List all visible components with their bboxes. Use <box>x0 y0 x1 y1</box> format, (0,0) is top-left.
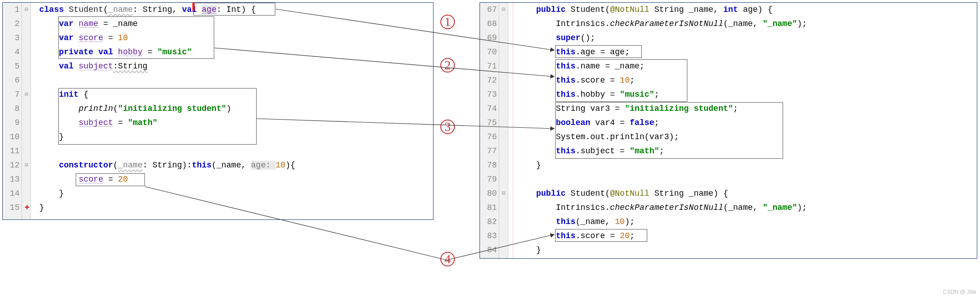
code-line[interactable] <box>39 144 433 158</box>
code-line[interactable]: this(_name, 10); <box>516 215 977 229</box>
code-line[interactable]: System.out.println(var3); <box>516 130 977 144</box>
code-line[interactable]: this.score = 20; <box>516 229 977 243</box>
left-gutter2 <box>22 3 31 219</box>
fn-println: println <box>78 104 113 113</box>
fold-icon[interactable]: ⊟ <box>22 3 31 17</box>
code-line[interactable]: Intrinsics.checkParameterIsNotNull(_name… <box>516 17 977 31</box>
left-gutter: 123456789101112131415 <box>3 3 22 219</box>
callout-3: 3 <box>440 120 455 134</box>
right-gutter2 <box>499 3 508 258</box>
fold-icon[interactable]: ⊟ <box>22 158 31 172</box>
keyword-constructor: constructor <box>59 161 113 170</box>
fold-icon[interactable]: ⊟ <box>499 187 508 201</box>
keyword-this: this <box>192 161 211 170</box>
error-marker <box>192 2 195 11</box>
code-line[interactable]: var score = 10 <box>39 31 433 45</box>
right-gutter: 676869707172737475767778798081828384 <box>480 3 499 258</box>
code-line[interactable] <box>516 172 977 187</box>
callout-1: 1 <box>440 15 455 29</box>
annotation-notnull: @NotNull <box>610 5 649 14</box>
code-line[interactable]: public Student(@NotNull String _name, in… <box>516 3 977 17</box>
code-line[interactable]: val subject:String <box>39 59 433 73</box>
code-line[interactable]: var name = _name <box>39 17 433 31</box>
prop-hobby: hobby <box>118 47 143 57</box>
code-line[interactable]: super(); <box>516 31 977 45</box>
param-name: _name <box>108 5 133 14</box>
prop-score: score <box>78 33 103 42</box>
prop-name: name <box>78 19 98 28</box>
code-line[interactable]: private val hobby = "music" <box>39 45 433 59</box>
code-line[interactable]: Intrinsics.checkParameterIsNotNull(_name… <box>516 201 977 215</box>
code-line[interactable]: constructor(_name: String):this(_name, a… <box>39 158 433 172</box>
code-line[interactable]: subject = "math" <box>39 116 433 130</box>
code-line[interactable]: this.name = _name; <box>516 59 977 73</box>
code-line[interactable] <box>39 73 433 88</box>
keyword-init: init <box>59 90 78 99</box>
left-code-area[interactable]: class Student(_name: String, val age: In… <box>39 3 433 219</box>
code-line[interactable]: } <box>39 201 433 215</box>
code-line[interactable]: } <box>39 187 433 201</box>
callout-4: 4 <box>440 252 455 266</box>
right-code-area[interactable]: public Student(@NotNull String _name, in… <box>516 3 977 258</box>
code-line[interactable]: String var3 = "initializing student"; <box>516 102 977 116</box>
keyword-super: super <box>556 33 580 42</box>
modification-marker: + <box>25 201 30 215</box>
code-line[interactable]: this.hobby = "music"; <box>516 88 977 102</box>
code-line[interactable]: println("initializing student") <box>39 102 433 116</box>
watermark: CSDN @ Jilie <box>943 289 976 295</box>
keyword-class: class <box>39 5 64 14</box>
code-line[interactable]: init { <box>39 88 433 102</box>
prop-subject: subject <box>78 62 113 71</box>
code-line[interactable]: } <box>516 243 977 257</box>
code-line[interactable]: boolean var4 = false; <box>516 116 977 130</box>
right-code-pane: 676869707172737475767778798081828384 ⊟ ⊟… <box>480 2 977 259</box>
code-line[interactable]: class Student(_name: String, val age: In… <box>39 3 433 17</box>
code-line[interactable]: this.score = 10; <box>516 73 977 88</box>
param-hint: age: <box>251 161 276 170</box>
class-name: Student <box>69 5 103 14</box>
param-age: age <box>202 5 217 14</box>
callout-2: 2 <box>440 58 455 73</box>
code-line[interactable]: } <box>516 158 977 172</box>
code-line[interactable]: score = 20 <box>39 172 433 187</box>
code-line[interactable]: this.age = age; <box>516 45 977 59</box>
code-line[interactable]: this.subject = "math"; <box>516 144 977 158</box>
left-code-pane: 123456789101112131415 ⊟ ⊟ ⊟ + class Stud… <box>2 2 433 220</box>
fold-icon[interactable]: ⊟ <box>499 3 508 17</box>
fold-icon[interactable]: ⊟ <box>22 88 31 102</box>
code-line[interactable]: public Student(@NotNull String _name) { <box>516 187 977 201</box>
keyword-val: val <box>182 5 201 14</box>
code-line[interactable]: } <box>39 130 433 144</box>
margin-line <box>513 3 513 258</box>
